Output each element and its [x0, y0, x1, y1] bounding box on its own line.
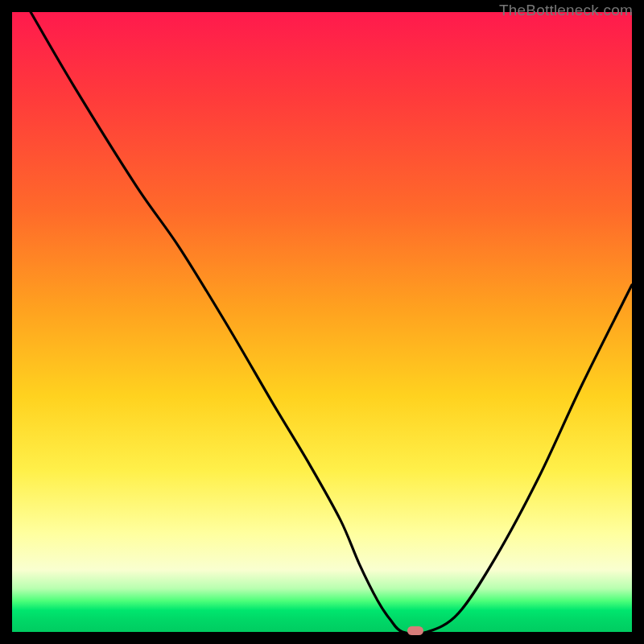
minimum-marker — [407, 626, 423, 635]
attribution-text: TheBottleneck.com — [499, 2, 633, 19]
curve-line — [31, 12, 632, 634]
bottleneck-curve — [12, 12, 632, 632]
chart-frame: TheBottleneck.com — [0, 0, 644, 644]
